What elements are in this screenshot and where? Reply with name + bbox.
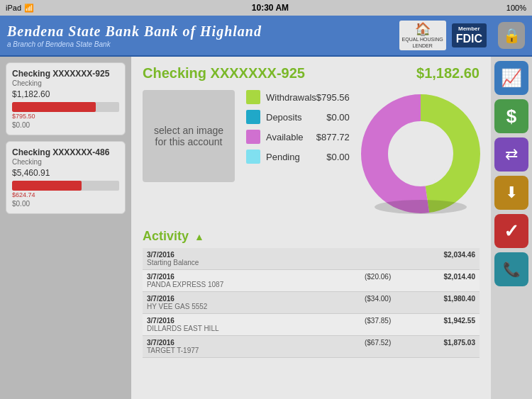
table-row[interactable]: 3/7/2016 HY VEE GAS 5552 ($34.00) $1,980… <box>143 292 480 314</box>
deposits-label: Deposits <box>266 112 326 123</box>
tx-amount: ($20.06) <box>322 270 396 292</box>
battery-display: 100% <box>506 4 526 12</box>
withdrawals-label: Withdrawals <box>266 92 316 103</box>
available-value: $877.72 <box>316 132 350 142</box>
pending-color <box>246 150 260 164</box>
account-header: Checking XXXXXXX-925 $1,182.60 <box>143 65 480 82</box>
contact-icon: 📞 <box>503 261 521 278</box>
progress-bar-container-925 <box>12 102 119 112</box>
tx-date-desc: 3/7/2016 TARGET T-1977 <box>143 336 322 357</box>
donut-chart <box>357 90 484 218</box>
svg-point-3 <box>375 200 467 214</box>
remain-label-486: $0.00 <box>12 200 119 208</box>
tx-date: 3/7/2016 <box>147 339 318 347</box>
tx-balance: $2,014.40 <box>395 270 480 292</box>
legend-available: Available $877.72 <box>246 130 350 144</box>
activity-title: Activity <box>143 229 189 244</box>
contact-action-button[interactable]: 📞 <box>494 252 528 286</box>
account-balance-486: $5,460.91 <box>12 168 119 178</box>
chart-action-button[interactable]: 📈 <box>494 61 528 95</box>
table-row[interactable]: 3/7/2016 PANDA EXPRESS 1087 ($20.06) $2,… <box>143 270 480 292</box>
svg-point-2 <box>391 124 450 184</box>
money-action-button[interactable]: $ <box>494 99 528 133</box>
table-row[interactable]: 3/7/2016 Starting Balance $2,034.46 <box>143 248 480 270</box>
table-row[interactable]: 3/7/2016 DILLARDS EAST HILL ($37.85) $1,… <box>143 314 480 336</box>
tx-balance: $1,980.40 <box>395 292 480 314</box>
tx-amount <box>322 248 396 270</box>
deposits-value: $0.00 <box>326 112 350 123</box>
tx-desc: Starting Balance <box>147 259 318 266</box>
account-balance-925: $1,182.60 <box>12 89 119 99</box>
tx-date: 3/7/2016 <box>147 251 318 259</box>
lock-button[interactable]: 🔒 <box>498 22 525 49</box>
main-account-title: Checking XXXXXXX-925 <box>143 65 305 82</box>
tx-date-desc: 3/7/2016 HY VEE GAS 5552 <box>143 292 322 313</box>
main-content: Checking XXXXXXX-925 $1,182.60 select an… <box>131 57 491 399</box>
wifi-icon: 📶 <box>24 4 34 13</box>
time-display: 10:30 AM <box>252 3 289 13</box>
tx-desc: HY VEE GAS 5552 <box>147 303 318 310</box>
tx-date: 3/7/2016 <box>147 317 318 325</box>
tx-date: 3/7/2016 <box>147 273 318 281</box>
tx-date-desc: 3/7/2016 DILLARDS EAST HILL <box>143 314 322 335</box>
withdrawals-color <box>246 90 260 104</box>
transfer-action-button[interactable]: ⇄ <box>494 137 528 172</box>
account-card-486[interactable]: Checking XXXXXXX-486 Checking $5,460.91 … <box>6 141 126 214</box>
tx-date: 3/7/2016 <box>147 295 318 303</box>
account-image-placeholder[interactable]: select an image for this account <box>143 90 235 182</box>
available-label: Available <box>266 132 316 142</box>
tx-balance: $2,034.46 <box>395 248 480 270</box>
ipad-label: iPad <box>6 4 21 12</box>
tx-amount: ($67.52) <box>322 336 396 358</box>
transactions-table: 3/7/2016 Starting Balance $2,034.46 3/7/… <box>143 248 480 358</box>
app-header: Bendena State Bank Bank of Highland a Br… <box>0 16 532 57</box>
main-account-balance: $1,182.60 <box>416 65 480 82</box>
check-action-button[interactable]: ✓ <box>494 214 528 248</box>
legend-deposits: Deposits $0.00 <box>246 110 350 124</box>
used-label-925: $795.50 <box>12 113 119 120</box>
activity-sort-icon[interactable]: ▲ <box>194 231 204 242</box>
table-row[interactable]: 3/7/2016 TARGET T-1977 ($67.52) $1,875.0… <box>143 336 480 358</box>
tx-amount: ($37.85) <box>322 314 396 336</box>
legend-pending: Pending $0.00 <box>246 150 350 164</box>
chart-icon: 📈 <box>501 68 522 88</box>
tx-desc: DILLARDS EAST HILL <box>147 325 318 332</box>
status-left: iPad 📶 <box>6 4 34 13</box>
used-label-486: $624.74 <box>12 191 119 198</box>
tx-date-desc: 3/7/2016 PANDA EXPRESS 1087 <box>143 270 322 291</box>
download-icon: ⬇ <box>505 184 518 202</box>
transfer-icon: ⇄ <box>505 145 518 164</box>
progress-bar-container-486 <box>12 181 119 191</box>
download-action-button[interactable]: ⬇ <box>494 176 528 210</box>
tx-desc: TARGET T-1977 <box>147 347 318 354</box>
tx-amount: ($34.00) <box>322 292 396 314</box>
main-layout: Checking XXXXXXX-925 Checking $1,182.60 … <box>0 57 532 399</box>
progress-bar-used-486 <box>12 181 82 191</box>
account-card-925[interactable]: Checking XXXXXXX-925 Checking $1,182.60 … <box>6 62 126 135</box>
remain-label-925: $0.00 <box>12 121 119 129</box>
fdic-logo: Member FDIC <box>452 23 487 48</box>
pending-label: Pending <box>266 152 326 162</box>
chart-section: select an image for this account Withdra… <box>143 90 480 218</box>
legend-withdrawals: Withdrawals $795.56 <box>246 90 350 104</box>
right-sidebar: 📈 $ ⇄ ⬇ ✓ 📞 <box>491 57 532 399</box>
status-bar: iPad 📶 10:30 AM 100% <box>0 0 532 16</box>
pending-value: $0.00 <box>326 152 350 162</box>
dollar-icon: $ <box>506 106 516 128</box>
tx-date-desc: 3/7/2016 Starting Balance <box>143 248 322 269</box>
withdrawals-value: $795.56 <box>316 92 350 103</box>
accounts-sidebar: Checking XXXXXXX-925 Checking $1,182.60 … <box>0 57 131 399</box>
tx-desc: PANDA EXPRESS 1087 <box>147 281 318 288</box>
tx-balance: $1,942.55 <box>395 314 480 336</box>
progress-bar-used-925 <box>12 102 96 112</box>
tx-balance: $1,875.03 <box>395 336 480 358</box>
header-logos: 🏠 EQUAL HOUSINGLENDER Member FDIC 🔒 <box>399 21 525 50</box>
lock-icon: 🔒 <box>503 27 521 44</box>
available-color <box>246 130 260 144</box>
bank-sub: a Branch of Bendena State Bank <box>7 40 399 48</box>
account-name-925: Checking XXXXXXX-925 <box>12 69 119 79</box>
chart-legend: Withdrawals $795.56 Deposits $0.00 Avail… <box>246 90 350 169</box>
account-type-925: Checking <box>12 79 119 87</box>
check-icon: ✓ <box>504 220 519 242</box>
equal-housing-logo: 🏠 EQUAL HOUSINGLENDER <box>399 21 446 50</box>
